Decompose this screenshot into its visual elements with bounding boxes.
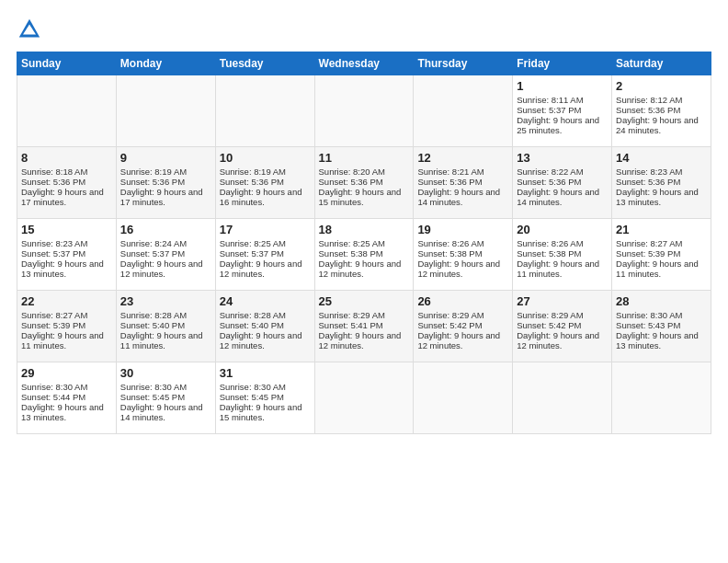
day-number: 25 — [319, 294, 410, 308]
calendar-week: 22Sunrise: 8:27 AMSunset: 5:39 PMDayligh… — [17, 291, 711, 362]
sunrise-text: Sunrise: 8:12 AM — [616, 95, 682, 105]
day-number: 8 — [21, 151, 112, 165]
daylight-text: Daylight: 9 hours and 12 minutes. — [417, 330, 500, 350]
sunrise-text: Sunrise: 8:23 AM — [616, 167, 682, 177]
day-cell: 26Sunrise: 8:29 AMSunset: 5:42 PMDayligh… — [414, 291, 513, 362]
calendar-table: SundayMondayTuesdayWednesdayThursdayFrid… — [17, 52, 711, 434]
day-cell: 19Sunrise: 8:26 AMSunset: 5:38 PMDayligh… — [414, 219, 513, 291]
day-cell: 10Sunrise: 8:19 AMSunset: 5:36 PMDayligh… — [215, 147, 314, 219]
day-cell: 29Sunrise: 8:30 AMSunset: 5:44 PMDayligh… — [17, 362, 117, 434]
daylight-text: Daylight: 9 hours and 12 minutes. — [319, 330, 402, 350]
day-cell: 30Sunrise: 8:30 AMSunset: 5:45 PMDayligh… — [116, 362, 215, 434]
daylight-text: Daylight: 9 hours and 12 minutes. — [319, 259, 402, 279]
sunrise-text: Sunrise: 8:26 AM — [417, 238, 483, 248]
calendar-header: SundayMondayTuesdayWednesdayThursdayFrid… — [17, 52, 711, 75]
sunset-text: Sunset: 5:36 PM — [220, 177, 284, 187]
weekday-header: Thursday — [414, 52, 513, 75]
sunset-text: Sunset: 5:37 PM — [120, 248, 185, 259]
day-number: 12 — [417, 151, 508, 165]
daylight-text: Daylight: 9 hours and 17 minutes. — [120, 187, 203, 207]
sunset-text: Sunset: 5:39 PM — [616, 248, 680, 259]
day-cell: 11Sunrise: 8:20 AMSunset: 5:36 PMDayligh… — [314, 147, 414, 219]
sunrise-text: Sunrise: 8:19 AM — [120, 167, 187, 177]
daylight-text: Daylight: 9 hours and 11 minutes. — [616, 259, 699, 279]
sunrise-text: Sunrise: 8:25 AM — [319, 238, 385, 248]
sunset-text: Sunset: 5:36 PM — [417, 177, 482, 187]
day-number: 22 — [21, 294, 112, 308]
day-cell: 31Sunrise: 8:30 AMSunset: 5:45 PMDayligh… — [215, 362, 314, 434]
day-cell: 21Sunrise: 8:27 AMSunset: 5:39 PMDayligh… — [612, 219, 711, 291]
daylight-text: Daylight: 9 hours and 16 minutes. — [220, 187, 302, 207]
sunset-text: Sunset: 5:36 PM — [21, 177, 85, 187]
sunset-text: Sunset: 5:37 PM — [517, 105, 581, 115]
day-number: 31 — [220, 366, 311, 380]
daylight-text: Daylight: 9 hours and 11 minutes. — [120, 330, 203, 350]
day-number: 9 — [120, 151, 211, 165]
sunrise-text: Sunrise: 8:25 AM — [220, 238, 286, 248]
day-cell: 8Sunrise: 8:18 AMSunset: 5:36 PMDaylight… — [17, 147, 117, 219]
sunset-text: Sunset: 5:44 PM — [21, 392, 85, 402]
sunset-text: Sunset: 5:38 PM — [517, 248, 581, 259]
header-row — [17, 17, 711, 42]
empty-day-cell — [513, 362, 612, 434]
sunrise-text: Sunrise: 8:30 AM — [120, 382, 187, 392]
day-number: 23 — [120, 294, 211, 308]
day-cell: 17Sunrise: 8:25 AMSunset: 5:37 PMDayligh… — [215, 219, 314, 291]
sunrise-text: Sunrise: 8:22 AM — [517, 167, 583, 177]
weekday-header: Tuesday — [215, 52, 314, 75]
empty-day-cell — [414, 75, 513, 147]
calendar-week: 8Sunrise: 8:18 AMSunset: 5:36 PMDaylight… — [17, 147, 711, 219]
daylight-text: Daylight: 9 hours and 13 minutes. — [616, 330, 699, 350]
empty-day-cell — [116, 75, 215, 147]
daylight-text: Daylight: 9 hours and 12 minutes. — [517, 330, 599, 350]
day-number: 26 — [417, 294, 508, 308]
sunrise-text: Sunrise: 8:30 AM — [616, 310, 682, 320]
calendar-week: 15Sunrise: 8:23 AMSunset: 5:37 PMDayligh… — [17, 219, 711, 291]
daylight-text: Daylight: 9 hours and 24 minutes. — [616, 115, 699, 135]
day-number: 18 — [319, 223, 410, 236]
weekday-header: Saturday — [612, 52, 711, 75]
daylight-text: Daylight: 9 hours and 15 minutes. — [319, 187, 402, 207]
day-cell: 16Sunrise: 8:24 AMSunset: 5:37 PMDayligh… — [116, 219, 215, 291]
sunrise-text: Sunrise: 8:27 AM — [616, 238, 682, 248]
day-cell: 9Sunrise: 8:19 AMSunset: 5:36 PMDaylight… — [116, 147, 215, 219]
sunset-text: Sunset: 5:43 PM — [616, 320, 680, 330]
sunset-text: Sunset: 5:36 PM — [517, 177, 581, 187]
day-number: 16 — [120, 223, 211, 236]
daylight-text: Daylight: 9 hours and 12 minutes. — [220, 330, 302, 350]
sunrise-text: Sunrise: 8:28 AM — [120, 310, 187, 320]
sunrise-text: Sunrise: 8:11 AM — [517, 95, 583, 105]
day-number: 30 — [120, 366, 211, 380]
sunrise-text: Sunrise: 8:18 AM — [21, 167, 87, 177]
sunrise-text: Sunrise: 8:29 AM — [517, 310, 583, 320]
sunrise-text: Sunrise: 8:21 AM — [417, 167, 483, 177]
daylight-text: Daylight: 9 hours and 15 minutes. — [220, 402, 302, 422]
day-cell: 15Sunrise: 8:23 AMSunset: 5:37 PMDayligh… — [17, 219, 117, 291]
weekday-header: Monday — [116, 52, 215, 75]
daylight-text: Daylight: 9 hours and 14 minutes. — [120, 402, 203, 422]
daylight-text: Daylight: 9 hours and 13 minutes. — [616, 187, 699, 207]
day-cell: 28Sunrise: 8:30 AMSunset: 5:43 PMDayligh… — [612, 291, 711, 362]
day-cell: 2Sunrise: 8:12 AMSunset: 5:36 PMDaylight… — [612, 75, 711, 147]
day-number: 11 — [319, 151, 410, 165]
sunrise-text: Sunrise: 8:27 AM — [21, 310, 87, 320]
logo-icon — [17, 17, 42, 42]
day-number: 19 — [417, 223, 508, 236]
daylight-text: Daylight: 9 hours and 11 minutes. — [517, 259, 599, 279]
sunset-text: Sunset: 5:36 PM — [616, 177, 680, 187]
day-cell: 27Sunrise: 8:29 AMSunset: 5:42 PMDayligh… — [513, 291, 612, 362]
sunset-text: Sunset: 5:40 PM — [220, 320, 284, 330]
day-number: 21 — [616, 223, 707, 236]
daylight-text: Daylight: 9 hours and 12 minutes. — [220, 259, 302, 279]
day-number: 24 — [220, 294, 311, 308]
weekday-header: Wednesday — [314, 52, 414, 75]
daylight-text: Daylight: 9 hours and 12 minutes. — [120, 259, 203, 279]
daylight-text: Daylight: 9 hours and 25 minutes. — [517, 115, 599, 135]
daylight-text: Daylight: 9 hours and 13 minutes. — [21, 259, 104, 279]
day-cell: 22Sunrise: 8:27 AMSunset: 5:39 PMDayligh… — [17, 291, 117, 362]
weekday-header: Friday — [513, 52, 612, 75]
empty-day-cell — [612, 362, 711, 434]
sunset-text: Sunset: 5:45 PM — [120, 392, 185, 402]
day-number: 28 — [616, 294, 707, 308]
sunset-text: Sunset: 5:45 PM — [220, 392, 284, 402]
